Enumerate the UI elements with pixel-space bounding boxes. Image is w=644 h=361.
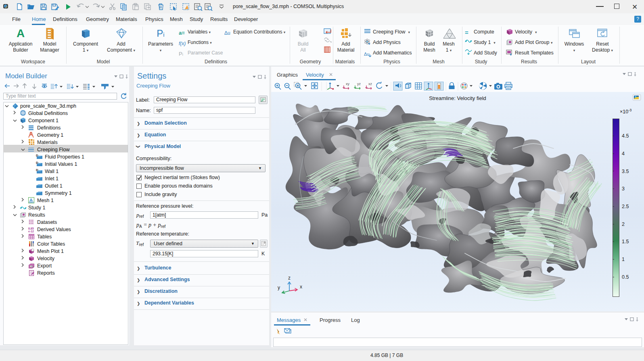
svg-text:xz: xz: [368, 82, 372, 86]
svg-text:z: z: [288, 275, 291, 281]
svg-text:8.85: 8.85: [28, 227, 34, 230]
svg-text:y: y: [278, 285, 280, 290]
svg-text:yz: yz: [357, 82, 361, 86]
svg-text:xy: xy: [346, 82, 350, 86]
svg-text:JPG: JPG: [30, 266, 34, 268]
svg-text:e-12: e-12: [28, 230, 34, 233]
svg-text:x: x: [300, 284, 302, 290]
